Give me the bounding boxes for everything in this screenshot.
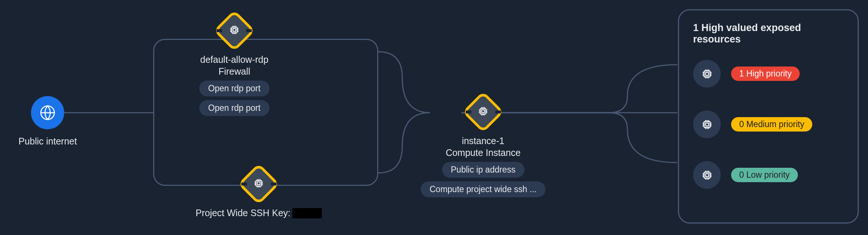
instance-tags: Public ip address Compute project wide s… [421, 162, 545, 197]
firewall-tag[interactable]: Open rdp port [199, 81, 269, 96]
svg-rect-8 [706, 72, 709, 75]
source-node[interactable]: Public internet [18, 96, 77, 147]
priority-badge-high: 1 High priority [731, 67, 800, 81]
ssh-diamond [240, 164, 278, 203]
svg-rect-11 [704, 172, 710, 178]
exposed-resources-panel: 1 High valued exposed resources 1 High p… [678, 9, 859, 224]
svg-rect-9 [704, 122, 710, 127]
chip-icon [693, 110, 721, 138]
redacted-value [292, 208, 322, 218]
svg-rect-2 [233, 28, 236, 31]
svg-rect-12 [706, 174, 709, 177]
chip-icon [693, 60, 721, 88]
firewall-diamond [215, 11, 254, 50]
instance-tag[interactable]: Public ip address [442, 162, 524, 178]
priority-row-medium[interactable]: 0 Medium priority [693, 110, 844, 138]
instance-tag[interactable]: Compute project wide ssh ... [421, 181, 545, 197]
priority-badge-low: 0 Low priority [731, 168, 798, 182]
ssh-title-row: Project Wide SSH Key: [196, 208, 322, 218]
svg-rect-4 [257, 182, 260, 185]
firewall-tag[interactable]: Open rdp port [199, 100, 269, 116]
firewall-tags: Open rdp port Open rdp port [199, 81, 269, 116]
instance-title: instance-1 [462, 136, 504, 146]
svg-rect-7 [704, 71, 710, 77]
globe-icon [31, 96, 64, 129]
instance-node[interactable]: instance-1 Compute Instance Public ip ad… [421, 92, 545, 197]
attack-path-diagram: Public internet default-allow-rdp Firewa… [0, 0, 868, 235]
firewall-subtitle: Firewall [218, 66, 250, 77]
chip-icon [478, 106, 489, 118]
source-label: Public internet [18, 136, 77, 147]
svg-rect-10 [706, 123, 709, 126]
svg-rect-1 [231, 27, 237, 33]
firewall-title: default-allow-rdp [200, 54, 269, 65]
chip-icon [253, 178, 264, 190]
svg-rect-3 [256, 180, 262, 186]
instance-diamond [464, 92, 503, 131]
ssh-title: Project Wide SSH Key: [196, 208, 290, 218]
priority-row-low[interactable]: 0 Low priority [693, 161, 844, 189]
panel-title: 1 High valued exposed resources [693, 22, 844, 45]
svg-rect-6 [482, 110, 485, 113]
chip-icon [693, 161, 721, 189]
priority-row-high[interactable]: 1 High priority [693, 60, 844, 88]
ssh-node[interactable]: Project Wide SSH Key: [196, 164, 322, 218]
priority-badge-medium: 0 Medium priority [731, 117, 812, 132]
svg-rect-5 [480, 108, 486, 114]
chip-icon [229, 24, 240, 37]
instance-subtitle: Compute Instance [446, 147, 521, 158]
firewall-node[interactable]: default-allow-rdp Firewall Open rdp port… [199, 11, 269, 116]
